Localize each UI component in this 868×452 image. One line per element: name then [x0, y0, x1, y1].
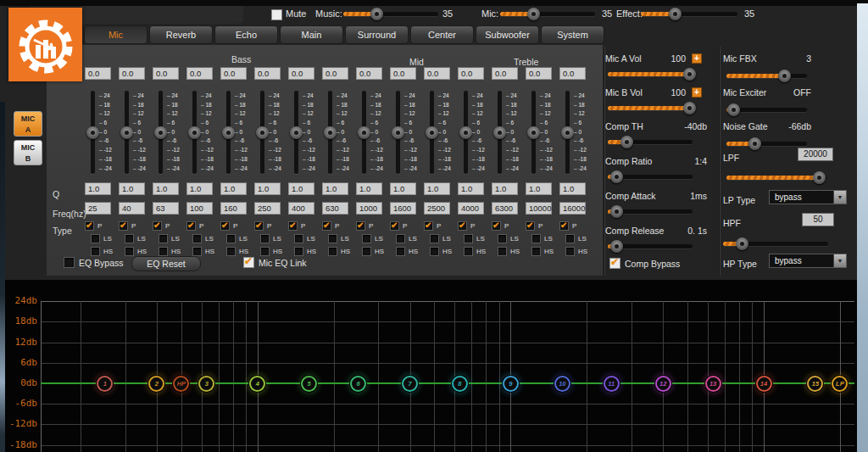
- type-hs-checkbox[interactable]: [531, 247, 541, 256]
- music-slider-knob[interactable]: [370, 8, 383, 20]
- eq-node-13[interactable]: 13: [705, 376, 721, 392]
- mic-a-vol-slider[interactable]: [608, 68, 693, 81]
- type-p-checkbox[interactable]: [254, 221, 264, 231]
- eq-band-4-fader[interactable]: 24181260-6-12-18-24: [186, 91, 220, 174]
- type-ls-checkbox[interactable]: [125, 234, 134, 243]
- fader-knob[interactable]: [154, 126, 167, 139]
- type-p-checkbox[interactable]: [288, 221, 298, 231]
- eq-band-14-fader[interactable]: 24181260-6-12-18-24: [526, 91, 559, 174]
- eq-band-4-q-input[interactable]: 1.0: [186, 182, 213, 195]
- type-hs-checkbox[interactable]: [226, 247, 236, 256]
- eq-band-10-gain-input[interactable]: 0.0: [390, 67, 416, 80]
- eq-node-14[interactable]: 14: [756, 376, 772, 392]
- type-ls-checkbox[interactable]: [531, 234, 541, 243]
- eq-band-11-gain-input[interactable]: 0.0: [424, 67, 450, 80]
- type-p-checkbox[interactable]: [85, 221, 94, 231]
- eq-band-9-freq-input[interactable]: 1000: [356, 202, 382, 215]
- tab-reverb[interactable]: Reverb: [149, 25, 213, 44]
- type-ls-checkbox[interactable]: [91, 234, 100, 243]
- type-hs-checkbox[interactable]: [396, 247, 405, 256]
- eq-band-14-q-input[interactable]: 1.0: [526, 182, 552, 195]
- type-p-checkbox[interactable]: [153, 221, 162, 231]
- exciter-slider[interactable]: [726, 103, 807, 116]
- type-ls-checkbox[interactable]: [294, 234, 303, 243]
- comp-th-slider[interactable]: [608, 136, 693, 148]
- type-p-checkbox[interactable]: [526, 221, 535, 231]
- tab-system[interactable]: System: [541, 25, 604, 44]
- eq-band-3-q-input[interactable]: 1.0: [153, 182, 179, 195]
- type-hs-checkbox[interactable]: [430, 247, 439, 256]
- eq-band-10-fader[interactable]: 24181260-6-12-18-24: [390, 91, 424, 174]
- eq-band-15-freq-input[interactable]: 16000: [559, 202, 586, 215]
- eq-node-3[interactable]: 3: [198, 376, 214, 392]
- type-p-checkbox[interactable]: [559, 221, 569, 231]
- fader-knob[interactable]: [120, 126, 133, 139]
- eq-band-14-freq-input[interactable]: 10000: [526, 202, 552, 215]
- eq-node-11[interactable]: 11: [604, 376, 620, 392]
- mic-b-vol-increase-button[interactable]: +: [692, 87, 702, 98]
- mic-a-vol-increase-button[interactable]: +: [692, 53, 702, 64]
- mic-eq-link-toggle[interactable]: Mic EQ Link: [243, 257, 307, 268]
- tab-center[interactable]: Center: [410, 25, 474, 44]
- eq-band-8-fader[interactable]: 24181260-6-12-18-24: [322, 91, 356, 174]
- eq-band-8-gain-input[interactable]: 0.0: [322, 67, 348, 80]
- type-hs-checkbox[interactable]: [192, 247, 202, 256]
- mic-a-vol-slider-knob[interactable]: [683, 68, 696, 81]
- type-hs-checkbox[interactable]: [91, 247, 100, 256]
- eq-node-7[interactable]: 7: [402, 376, 418, 392]
- eq-band-12-freq-input[interactable]: 4000: [458, 202, 484, 215]
- eq-band-1-gain-input[interactable]: 0.0: [85, 67, 111, 80]
- fader-knob[interactable]: [188, 126, 201, 139]
- noise-gate-slider[interactable]: [726, 137, 807, 150]
- eq-band-1-fader[interactable]: 24181260-6-12-18-24: [85, 91, 119, 174]
- type-p-checkbox[interactable]: [119, 221, 128, 231]
- eq-node-5[interactable]: 5: [301, 376, 317, 392]
- eq-band-15-fader[interactable]: 24181260-6-12-18-24: [559, 91, 593, 174]
- music-slider[interactable]: [343, 8, 438, 20]
- fader-knob[interactable]: [324, 126, 337, 139]
- eq-node-1[interactable]: 1: [97, 376, 113, 392]
- eq-band-8-freq-input[interactable]: 630: [322, 202, 348, 215]
- type-hs-checkbox[interactable]: [498, 247, 507, 256]
- eq-band-11-freq-input[interactable]: 2500: [424, 202, 450, 215]
- type-hs-checkbox[interactable]: [125, 247, 134, 256]
- type-hs-checkbox[interactable]: [362, 247, 371, 256]
- tab-mic[interactable]: Mic: [84, 25, 147, 44]
- eq-node-2[interactable]: 2: [148, 376, 164, 392]
- eq-band-10-q-input[interactable]: 1.0: [390, 182, 416, 195]
- type-ls-checkbox[interactable]: [192, 234, 202, 243]
- eq-node-15[interactable]: 15: [807, 376, 823, 392]
- comp-release-slider-knob[interactable]: [610, 240, 623, 253]
- type-p-checkbox[interactable]: [356, 221, 365, 231]
- type-ls-checkbox[interactable]: [159, 234, 168, 243]
- lpf-slider-knob[interactable]: [813, 171, 826, 184]
- mic-b-vol-slider[interactable]: [608, 102, 693, 114]
- eq-band-1-freq-input[interactable]: 25: [85, 202, 111, 215]
- eq-band-6-fader[interactable]: 24181260-6-12-18-24: [254, 91, 288, 174]
- eq-band-10-freq-input[interactable]: 1600: [390, 202, 416, 215]
- eq-band-13-q-input[interactable]: 1.0: [492, 182, 518, 195]
- eq-band-11-q-input[interactable]: 1.0: [424, 182, 450, 195]
- eq-node-hp[interactable]: HP: [173, 376, 189, 392]
- eq-band-8-q-input[interactable]: 1.0: [322, 182, 348, 195]
- fader-knob[interactable]: [459, 126, 472, 139]
- tab-echo[interactable]: Echo: [214, 25, 278, 44]
- eq-band-2-freq-input[interactable]: 40: [119, 202, 145, 215]
- fader-knob[interactable]: [358, 126, 370, 139]
- fbx-slider[interactable]: [726, 70, 807, 82]
- eq-band-3-fader[interactable]: 24181260-6-12-18-24: [153, 91, 186, 174]
- eq-band-2-q-input[interactable]: 1.0: [119, 182, 145, 195]
- hpf-slider-knob[interactable]: [736, 237, 748, 250]
- mic-eq-link-checkbox[interactable]: [243, 257, 254, 268]
- type-p-checkbox[interactable]: [424, 221, 433, 231]
- eq-band-6-gain-input[interactable]: 0.0: [254, 67, 281, 80]
- eq-band-9-fader[interactable]: 24181260-6-12-18-24: [356, 91, 390, 174]
- type-hs-checkbox[interactable]: [260, 247, 270, 256]
- mute-checkbox[interactable]: [271, 9, 282, 20]
- exciter-slider-knob[interactable]: [727, 103, 740, 116]
- type-ls-checkbox[interactable]: [464, 234, 473, 243]
- comp-attack-slider-knob[interactable]: [610, 205, 623, 218]
- type-p-checkbox[interactable]: [492, 221, 501, 231]
- eq-node-8[interactable]: 8: [452, 376, 468, 392]
- type-p-checkbox[interactable]: [390, 221, 399, 231]
